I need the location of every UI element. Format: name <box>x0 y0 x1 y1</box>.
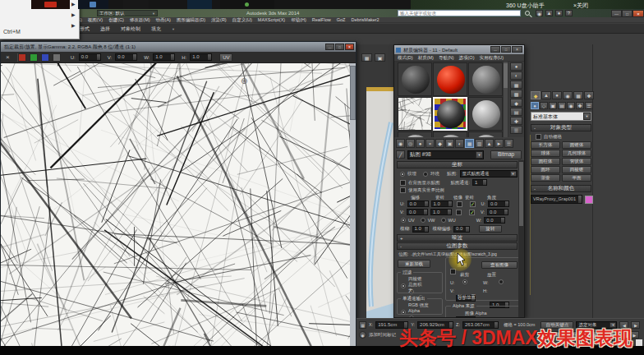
submenu-arrow-icon[interactable]: ▶ <box>71 1 76 7</box>
material-slot-scratch-map[interactable] <box>398 97 432 131</box>
search-icon[interactable] <box>525 11 530 16</box>
sub-spacewarps[interactable]: ✚ <box>576 102 584 109</box>
uv-radio[interactable] <box>401 218 406 223</box>
viewport-tool-icon[interactable]: ▣ <box>375 53 385 62</box>
make-preview-icon[interactable]: ▤ <box>510 108 522 116</box>
maximize-button[interactable]: □ <box>622 10 632 17</box>
material-name-dropdown[interactable]: 贴图 #98 ▼ <box>407 150 484 159</box>
object-color-swatch[interactable] <box>585 196 593 204</box>
v-offset-field[interactable]: 0.0 <box>407 209 428 215</box>
menu-customize[interactable]: 自定义(U) <box>232 17 252 23</box>
geosphere-button[interactable]: 几何球体 <box>562 150 591 157</box>
put-to-library-icon[interactable]: ▣ <box>445 139 454 148</box>
help-icon[interactable]: ? <box>565 10 573 16</box>
me-menu-navigation[interactable]: 导航(N) <box>439 55 454 61</box>
w-angle-field[interactable]: 0.0 <box>484 217 505 224</box>
blue-channel-button[interactable] <box>41 53 49 62</box>
menu-graph-editors[interactable]: 图形编辑器(D) <box>177 17 205 23</box>
cone-button[interactable]: 圆锥体 <box>562 141 591 149</box>
reload-button[interactable]: 重新加载 <box>398 260 430 268</box>
play-forward-icon[interactable]: ▶ <box>631 321 640 329</box>
taskbar-thumbnail[interactable] <box>78 0 108 9</box>
place-radio[interactable] <box>499 279 504 284</box>
ribbon-tab-selection[interactable]: 选择 <box>100 25 110 32</box>
scratch-image[interactable]: ⊕ <box>1 63 350 348</box>
v-tile-checkbox[interactable]: ✓ <box>469 210 475 215</box>
wu-radio[interactable] <box>441 218 446 223</box>
material-slot[interactable] <box>468 131 503 137</box>
pick-material-icon[interactable]: ╱ <box>396 150 405 159</box>
menu-debrismaker[interactable]: DebrisMaker2 <box>351 17 379 23</box>
me-menu-modes[interactable]: 模式(D) <box>398 55 413 61</box>
tab-motion[interactable]: ◉ <box>563 91 573 99</box>
sample-scrollbar[interactable] <box>504 62 508 137</box>
go-to-parent-icon[interactable]: ▲ <box>485 139 494 148</box>
mapping-dropdown[interactable]: 显式贴图通道 ▼ <box>460 170 518 178</box>
menu-animation[interactable]: 动画(A) <box>156 17 171 23</box>
taskbar-thumbnail[interactable] <box>31 0 70 9</box>
viewport-canvas[interactable] <box>366 91 393 318</box>
chevron-down-icon[interactable]: ▼ <box>510 171 517 177</box>
material-slot[interactable] <box>433 62 467 96</box>
taskbar-thumbnail[interactable] <box>123 0 149 9</box>
map-channel-field[interactable]: 1 <box>472 179 487 186</box>
me-menu-utilities[interactable]: 实用程序(U) <box>479 55 504 61</box>
u-tiling-field[interactable]: 1.0 <box>431 201 453 207</box>
menu-rendering[interactable]: 渲染(R) <box>211 17 227 23</box>
menu-goz[interactable]: GoZ <box>337 17 346 23</box>
material-slot[interactable] <box>398 62 432 96</box>
pyramid-button[interactable]: 四棱锥 <box>562 166 591 173</box>
v-tiling-field[interactable]: 1.0 <box>430 209 452 215</box>
assign-material-icon[interactable]: ● <box>416 139 425 148</box>
minimize-button[interactable]: — <box>611 10 622 17</box>
cylinder-button[interactable]: 圆柱体 <box>531 158 560 165</box>
sub-helpers[interactable]: ◉ <box>567 102 575 109</box>
rgb-intensity-radio[interactable] <box>401 310 406 315</box>
viewer-v-field[interactable]: 0.0 <box>115 53 137 61</box>
tube-button[interactable]: 管状体 <box>562 158 591 165</box>
sphere-button[interactable]: 球体 <box>531 150 560 157</box>
menu-help[interactable]: 帮助(H) <box>291 17 306 23</box>
chevron-down-icon[interactable]: ▼ <box>476 151 483 159</box>
backlight-icon[interactable]: ◐ <box>510 71 522 80</box>
tab-utilities[interactable]: ✚ <box>584 91 594 99</box>
search-input[interactable] <box>398 10 521 16</box>
crop-radio[interactable] <box>462 279 467 284</box>
teapot-button[interactable]: 茶壶 <box>531 174 560 182</box>
u-angle-field[interactable]: 0.0 <box>488 201 509 207</box>
torus-button[interactable]: 圆环 <box>531 166 560 173</box>
menu-modifiers[interactable]: 修改器(M) <box>130 17 150 23</box>
autogrid-checkbox[interactable] <box>536 134 541 140</box>
me-menu-material[interactable]: 材质(M) <box>418 55 434 61</box>
me-scrollbar[interactable] <box>518 160 524 318</box>
category-dropdown[interactable]: 标准基本体 ▼ <box>531 112 591 121</box>
menu-create[interactable]: 创建(C) <box>108 17 124 23</box>
material-slot-active[interactable] <box>433 97 467 131</box>
sub-geometry[interactable]: ● <box>531 102 539 109</box>
u-mirror-checkbox[interactable] <box>457 201 462 207</box>
material-slot[interactable] <box>468 62 503 96</box>
overlay-close-button[interactable]: ×关闭 <box>573 2 588 9</box>
texture-radio[interactable] <box>400 172 405 177</box>
options-icon[interactable]: ✚ <box>510 117 522 125</box>
viewport-sliver[interactable]: ▦ ▣ <box>356 44 393 318</box>
environ-radio[interactable] <box>423 172 428 177</box>
u-offset-field[interactable]: 0.0 <box>407 201 429 207</box>
show-end-result-icon[interactable]: ▥ <box>475 139 484 148</box>
maximize-button[interactable]: □ <box>335 44 344 50</box>
viewer-u-field[interactable]: 0.0 <box>79 53 101 61</box>
make-unique-icon[interactable]: ◆ <box>435 139 444 148</box>
submenu-arrow-icon[interactable]: ▶ <box>71 12 76 17</box>
scrollbar-thumb[interactable] <box>350 66 356 120</box>
rotate-button[interactable]: 旋转 <box>479 225 502 233</box>
vw-radio[interactable] <box>421 218 426 223</box>
v-mirror-checkbox[interactable] <box>456 210 462 215</box>
tab-hierarchy[interactable]: ● <box>552 91 562 99</box>
minimize-button[interactable]: — <box>325 44 334 50</box>
rollout-name-color[interactable]: - 名称和颜色 <box>531 185 591 192</box>
sub-cameras[interactable]: ▤ <box>558 102 566 109</box>
reset-map-icon[interactable]: × <box>426 139 435 148</box>
me-menu-options[interactable]: 选项(O) <box>459 55 475 61</box>
go-forward-sibling-icon[interactable]: ► <box>494 139 504 148</box>
submenu-arrow-icon[interactable]: ▶ <box>71 22 76 28</box>
